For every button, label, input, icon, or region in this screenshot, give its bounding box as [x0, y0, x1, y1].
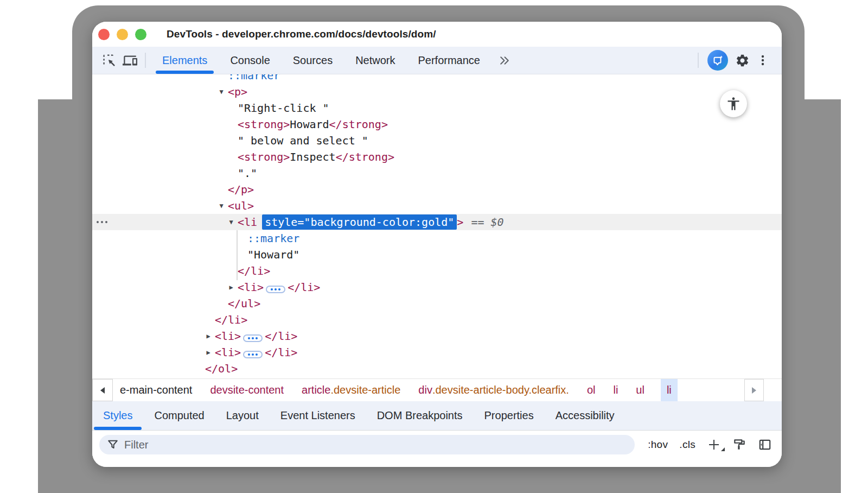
dom-tree-row[interactable]: </p> — [92, 181, 782, 198]
dom-tree-row[interactable]: ▶<li></li> — [92, 279, 782, 295]
tab-event-listeners[interactable]: Event Listeners — [270, 401, 366, 430]
dom-tree-row[interactable]: <strong>Howard</strong> — [92, 116, 782, 132]
collapsed-content-ellipsis-button[interactable] — [266, 286, 285, 293]
dom-token-tag: <li — [238, 216, 257, 229]
dom-tree-row[interactable]: ▼<p> — [92, 84, 782, 100]
crumb-node: ul — [636, 384, 644, 396]
tab-styles[interactable]: Styles — [92, 401, 143, 430]
close-button[interactable] — [98, 29, 110, 40]
breadcrumb-item[interactable]: div.devsite-article-body.clearfix. — [417, 379, 571, 401]
device-toolbar-icon — [123, 53, 137, 68]
element-classes-button[interactable]: .cls — [679, 439, 695, 451]
crumb-node: li — [613, 384, 618, 396]
titlebar: DevTools - developer.chrome.com/docs/dev… — [92, 22, 782, 47]
rendering-brush-icon — [732, 438, 746, 452]
breadcrumb-scroll-left-button[interactable] — [92, 379, 113, 401]
crumb-node: ol — [587, 384, 596, 396]
dom-tree-row[interactable]: </ol> — [92, 361, 782, 377]
dropdown-corner-icon — [721, 447, 725, 451]
breadcrumb-scroll-right-button[interactable] — [744, 379, 764, 401]
breadcrumb-item[interactable]: li — [611, 379, 620, 401]
breadcrumb-item[interactable]: e-main-content — [118, 379, 194, 401]
breadcrumb-item[interactable]: ol — [585, 379, 597, 401]
tab-console[interactable]: Console — [220, 47, 279, 74]
breadcrumb-bar: e-main-contentdevsite-contentarticle.dev… — [92, 378, 782, 401]
tab-sources[interactable]: Sources — [283, 47, 342, 74]
tab-network[interactable]: Network — [346, 47, 405, 74]
kebab-menu-icon — [756, 54, 769, 67]
collapse-arrow-icon[interactable]: ▼ — [227, 214, 235, 230]
dom-tree-row[interactable]: </li> — [92, 263, 782, 279]
tab-performance[interactable]: Performance — [409, 47, 490, 74]
toggle-sidebar-button[interactable] — [758, 438, 772, 452]
breadcrumb-item[interactable]: article.devsite-article — [300, 379, 402, 401]
dom-tree-row[interactable]: "Right-click " — [92, 100, 782, 116]
tab-computed[interactable]: Computed — [143, 401, 215, 430]
maximize-button[interactable] — [135, 29, 146, 40]
toggle-element-state-button[interactable]: :hov — [648, 439, 668, 451]
dom-token-tag: </li> — [288, 281, 320, 294]
breadcrumb-item[interactable]: devsite-content — [208, 379, 285, 401]
ai-assistance-button[interactable] — [707, 50, 728, 71]
dom-tree-row[interactable]: </li> — [92, 312, 782, 328]
dom-tree-row[interactable]: "." — [92, 165, 782, 181]
expand-arrow-icon[interactable]: ▶ — [227, 279, 235, 295]
rendering-emulation-button[interactable] — [732, 438, 746, 452]
dom-tree-row[interactable]: ▶<li></li> — [92, 328, 782, 344]
device-toolbar-button[interactable] — [119, 50, 140, 71]
tab-properties[interactable]: Properties — [474, 401, 545, 430]
tab-elements[interactable]: Elements — [152, 47, 217, 74]
collapse-arrow-icon[interactable]: ▼ — [217, 84, 226, 100]
dom-token-eq: == — [471, 216, 484, 229]
dom-token-tag: </strong> — [329, 118, 388, 131]
triangle-left-icon — [100, 387, 105, 394]
ai-assistant-icon — [711, 54, 724, 67]
dom-token-tag: > — [457, 216, 463, 229]
dom-tree-row[interactable]: </ul> — [92, 295, 782, 312]
dom-tree-row[interactable]: ▶<li></li> — [92, 344, 782, 361]
tab-dom-breakpoints[interactable]: DOM Breakpoints — [366, 401, 474, 430]
row-more-actions-icon[interactable] — [97, 214, 107, 230]
dom-token-text: Howard — [290, 118, 329, 131]
dom-tree-row[interactable]: ::marker — [92, 74, 782, 84]
crumb-node: li — [667, 384, 672, 396]
dom-tree-row[interactable]: ::marker — [92, 230, 782, 246]
crumb-node: div — [418, 384, 432, 396]
minimize-button[interactable] — [117, 29, 128, 40]
tab-accessibility[interactable]: Accessibility — [545, 401, 626, 430]
dom-token-tag: <strong> — [238, 150, 290, 163]
dom-token-tag: </li> — [265, 330, 297, 343]
dom-tree-row[interactable]: "Howard" — [92, 246, 782, 263]
expand-arrow-icon[interactable]: ▶ — [204, 328, 213, 344]
dom-tree-row-selected[interactable]: ▼<listyle="background-color:gold">==$0 — [92, 214, 782, 230]
toolbar-separator — [145, 53, 146, 68]
collapsed-content-ellipsis-button[interactable] — [243, 351, 263, 358]
dom-token-tag: </strong> — [336, 150, 394, 163]
dom-tree-row[interactable]: " below and select " — [92, 132, 782, 149]
more-panels-button[interactable] — [494, 50, 514, 71]
inspect-icon — [102, 53, 117, 68]
collapse-arrow-icon[interactable]: ▼ — [217, 198, 226, 214]
dom-tree-row[interactable]: ▼<ul> — [92, 198, 782, 214]
inspect-element-button[interactable] — [99, 50, 119, 71]
dom-tree-panel: ::marker▼<p>"Right-click "<strong>Howard… — [92, 74, 782, 378]
breadcrumb-item[interactable]: ul — [634, 379, 646, 401]
sidebar-pane-tabs: StylesComputedLayoutEvent ListenersDOM B… — [92, 401, 782, 431]
gear-icon — [735, 53, 750, 68]
breadcrumb-item-selected[interactable]: li — [661, 379, 678, 401]
expand-arrow-icon[interactable]: ▶ — [204, 344, 213, 361]
settings-button[interactable] — [732, 50, 752, 71]
tab-layout[interactable]: Layout — [215, 401, 270, 430]
filter-input[interactable]: Filter — [99, 435, 635, 454]
dom-token-text: "Howard" — [247, 248, 299, 261]
main-menu-button[interactable] — [752, 50, 773, 71]
new-style-rule-button[interactable] — [707, 438, 721, 452]
dom-token-tag: <li> — [215, 330, 241, 343]
triangle-right-icon — [752, 387, 756, 394]
chevron-double-right-icon — [497, 54, 511, 67]
dom-token-tag: <li> — [238, 281, 264, 294]
collapsed-content-ellipsis-button[interactable] — [243, 334, 263, 342]
dom-token-tag: <ul> — [228, 199, 254, 212]
dom-tree-row[interactable]: <strong>Inspect</strong> — [92, 149, 782, 165]
accessibility-overlay-button[interactable] — [720, 90, 747, 117]
